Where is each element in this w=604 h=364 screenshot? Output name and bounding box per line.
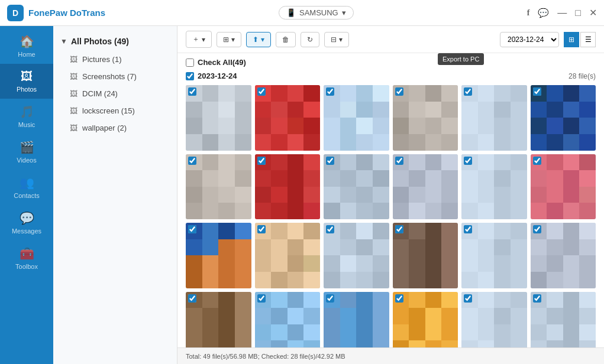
device-badge[interactable]: 📱 SAMSUNG ▾: [279, 6, 354, 20]
photo-thumb[interactable]: [186, 85, 251, 151]
tree-sidebar: ▼ All Photos (49) 🖼 Pictures (1) 🖼 Scree…: [53, 26, 177, 364]
contacts-label: Contacts: [14, 192, 39, 199]
photo-checkbox[interactable]: [188, 157, 196, 165]
photo-grid-row-3: [186, 223, 596, 288]
photo-thumb[interactable]: [255, 154, 321, 220]
tree-item-label: wallpaper (2): [82, 124, 127, 132]
tree-item-label: lockscreen (15): [82, 106, 135, 115]
photo-checkbox[interactable]: [257, 87, 266, 96]
delete-button[interactable]: 🗑: [276, 32, 296, 47]
photo-thumb[interactable]: [393, 223, 458, 288]
content-area: ＋ ▾ ⊞ ▾ ⬆ ▾ Export to PC 🗑 ↻: [177, 26, 604, 364]
sidebar-item-contacts[interactable]: 👥 Contacts: [0, 170, 53, 205]
tree-item-label: Pictures (1): [82, 55, 121, 64]
tree-item-pictures[interactable]: 🖼 Pictures (1): [53, 51, 177, 68]
facebook-icon[interactable]: f: [527, 8, 530, 18]
photo-checkbox[interactable]: [326, 87, 334, 96]
sidebar-item-photos[interactable]: 🖼 Photos: [0, 64, 53, 99]
photos-label: Photos: [17, 86, 37, 93]
sidebar-item-messages[interactable]: 💬 Messages: [0, 205, 53, 240]
photo-thumb[interactable]: [461, 85, 527, 151]
tree-item-screenshots[interactable]: 🖼 Screenshots (7): [53, 68, 177, 85]
photo-checkbox[interactable]: [395, 294, 403, 303]
refresh-button[interactable]: ↻: [301, 32, 319, 47]
photo-checkbox[interactable]: [188, 294, 196, 303]
more-button[interactable]: ⊟ ▾: [324, 32, 349, 47]
photo-checkbox[interactable]: [533, 294, 541, 303]
sidebar-item-toolbox[interactable]: 🧰 Toolbox: [0, 240, 53, 276]
photo-checkbox[interactable]: [533, 157, 541, 165]
export-arrow: ▾: [261, 35, 264, 44]
photo-thumb[interactable]: [531, 154, 596, 220]
refresh-icon: ↻: [307, 35, 313, 44]
tree-item-lockscreen[interactable]: 🖼 lockscreen (15): [53, 102, 177, 119]
close-button[interactable]: ✕: [589, 7, 597, 18]
device-icon: 📱: [286, 8, 296, 17]
minimize-button[interactable]: —: [557, 8, 567, 18]
photo-thumb[interactable]: [255, 85, 321, 151]
title-bar-center: 📱 SAMSUNG ▾: [279, 6, 354, 20]
folder-icon: 🖼: [70, 72, 77, 81]
photo-checkbox[interactable]: [257, 225, 266, 233]
photo-thumb[interactable]: [324, 292, 389, 348]
photo-checkbox[interactable]: [464, 294, 472, 303]
photo-checkbox[interactable]: [326, 157, 334, 165]
photo-checkbox[interactable]: [326, 225, 334, 233]
photo-thumb[interactable]: [186, 223, 251, 288]
toolbar: ＋ ▾ ⊞ ▾ ⬆ ▾ Export to PC 🗑 ↻: [177, 26, 604, 53]
photo-checkbox[interactable]: [464, 87, 472, 96]
photo-thumb[interactable]: [531, 85, 596, 151]
list-view-button[interactable]: ☰: [580, 32, 596, 47]
photo-checkbox[interactable]: [395, 225, 403, 233]
photo-checkbox[interactable]: [257, 294, 266, 303]
chat-icon[interactable]: 💬: [538, 8, 549, 18]
tree-root[interactable]: ▼ All Photos (49): [53, 32, 177, 51]
photo-thumb[interactable]: [461, 154, 527, 220]
maximize-button[interactable]: □: [575, 8, 581, 18]
sidebar-item-videos[interactable]: 🎬 Videos: [0, 134, 53, 170]
photo-thumb[interactable]: [461, 292, 527, 348]
photo-thumb[interactable]: [531, 292, 596, 348]
check-all-checkbox[interactable]: [186, 58, 194, 67]
photo-thumb[interactable]: [255, 292, 321, 348]
photo-checkbox[interactable]: [395, 157, 403, 165]
photo-thumb[interactable]: [255, 223, 321, 288]
photo-thumb[interactable]: [531, 223, 596, 288]
photo-thumb[interactable]: [324, 85, 389, 151]
photo-checkbox[interactable]: [395, 87, 403, 96]
home-label: Home: [18, 51, 35, 58]
photo-thumb[interactable]: [393, 292, 458, 348]
toolbar-right: 2023-12-24 ⊞ ☰: [500, 32, 596, 47]
tree-item-wallpaper[interactable]: 🖼 wallpaper (2): [53, 119, 177, 136]
tree-item-dcim[interactable]: 🖼 DCIM (24): [53, 85, 177, 102]
sidebar-item-home[interactable]: 🏠 Home: [0, 28, 53, 64]
photo-checkbox[interactable]: [188, 225, 196, 233]
photo-thumb[interactable]: [186, 292, 251, 348]
photo-checkbox[interactable]: [464, 157, 472, 165]
photo-checkbox[interactable]: [257, 157, 266, 165]
export-tooltip: Export to PC: [438, 53, 484, 65]
photo-checkbox[interactable]: [533, 225, 541, 233]
date-select[interactable]: 2023-12-24: [500, 32, 559, 47]
copy-icon: ⊞: [223, 35, 229, 44]
photo-checkbox[interactable]: [326, 294, 334, 303]
photo-checkbox[interactable]: [464, 225, 472, 233]
export-button[interactable]: ⬆ ▾: [246, 32, 271, 47]
photo-thumb[interactable]: [324, 154, 389, 220]
app-logo: D: [7, 5, 24, 21]
photo-checkbox[interactable]: [188, 87, 196, 96]
photo-thumb[interactable]: [186, 154, 251, 220]
photo-checkbox[interactable]: [533, 87, 541, 96]
photo-thumb[interactable]: [393, 85, 458, 151]
grid-view-button[interactable]: ⊞: [564, 32, 579, 47]
date-checkbox[interactable]: [186, 72, 194, 80]
add-button[interactable]: ＋ ▾: [186, 31, 212, 48]
photo-thumb[interactable]: [461, 223, 527, 288]
photo-thumb[interactable]: [324, 223, 389, 288]
videos-label: Videos: [17, 157, 36, 164]
toolbar-left: ＋ ▾ ⊞ ▾ ⬆ ▾ Export to PC 🗑 ↻: [186, 31, 349, 48]
sidebar-item-music[interactable]: 🎵 Music: [0, 99, 53, 134]
photo-thumb[interactable]: [393, 154, 458, 220]
photo-area[interactable]: Check All(49) 2023-12-24 28 file(s): [177, 53, 604, 347]
copy-button[interactable]: ⊞ ▾: [217, 32, 241, 47]
